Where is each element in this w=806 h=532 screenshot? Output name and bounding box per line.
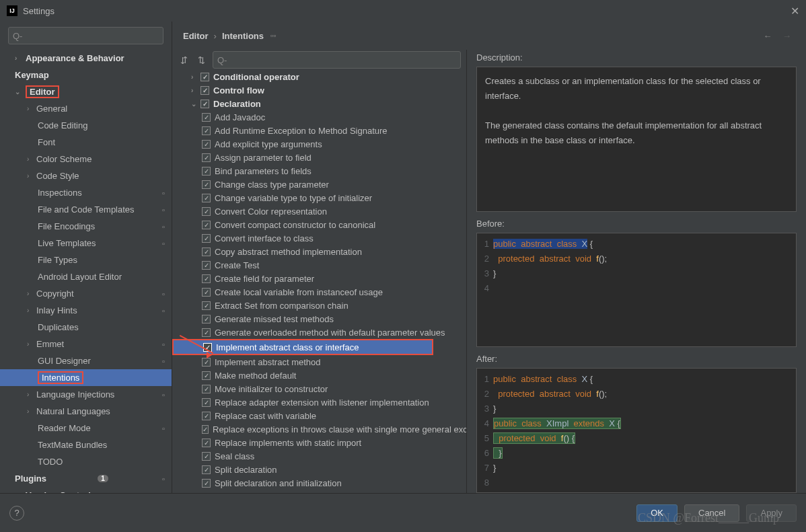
sidebar-search-input[interactable]: Q-	[8, 27, 163, 44]
sidebar-item-file-and-code-templates[interactable]: File and Code Templates▫	[0, 201, 172, 218]
intention-control-flow[interactable]: ›Control flow	[172, 83, 466, 97]
intention-add-runtime-exception-to-method-signature[interactable]: Add Runtime Exception to Method Signatur…	[172, 124, 466, 137]
sidebar-item-gui-designer[interactable]: GUI Designer▫	[0, 352, 172, 369]
checkbox[interactable]	[202, 328, 211, 337]
checkbox[interactable]	[202, 479, 211, 488]
sidebar-item-reader-mode[interactable]: Reader Mode▫	[0, 420, 172, 436]
intention-make-method-default[interactable]: Make method default	[172, 369, 466, 382]
gear-icon[interactable]: ▫	[162, 357, 165, 365]
checkbox[interactable]	[202, 385, 211, 393]
sidebar-item-emmet[interactable]: ›Emmet▫	[0, 336, 172, 352]
intention-create-local-variable-from-instanceof-usage[interactable]: Create local variable from instanceof us…	[172, 285, 466, 299]
intention-change-variable-type-to-type-of-initializer[interactable]: Change variable type to type of initiali…	[172, 191, 466, 204]
intention-replace-cast-with-variable[interactable]: Replace cast with variable	[172, 409, 466, 422]
forward-icon[interactable]: →	[782, 31, 791, 41]
checkbox[interactable]	[202, 261, 211, 270]
intention-conditional-operator[interactable]: ›Conditional operator	[172, 70, 466, 83]
checkbox[interactable]	[202, 315, 211, 324]
intention-convert-interface-to-class[interactable]: Convert interface to class	[172, 231, 466, 245]
sidebar-item-color-scheme[interactable]: ›Color Scheme	[0, 151, 172, 167]
checkbox[interactable]	[200, 100, 209, 108]
intention-replace-exceptions-in-throws-clause-with-single-more-general-exception[interactable]: Replace exceptions in throws clause with…	[172, 422, 466, 436]
intention-create-test[interactable]: Create Test	[172, 258, 466, 272]
checkbox[interactable]	[202, 274, 211, 283]
checkbox[interactable]	[202, 358, 211, 367]
help-icon[interactable]: ?	[9, 506, 24, 521]
intention-seal-class[interactable]: Seal class	[172, 449, 466, 463]
checkbox[interactable]	[202, 248, 211, 256]
checkbox[interactable]	[202, 167, 211, 176]
intention-add-explicit-type-arguments[interactable]: Add explicit type arguments	[172, 137, 466, 151]
intention-bind-parameters-to-fields[interactable]: Bind parameters to fields	[172, 164, 466, 178]
gear-icon[interactable]: ▫	[162, 206, 165, 214]
gear-icon[interactable]: ▫	[162, 239, 165, 248]
gear-icon[interactable]: ▫	[162, 307, 165, 315]
sidebar-item-file-types[interactable]: File Types	[0, 252, 172, 268]
sidebar-item-android-layout-editor[interactable]: Android Layout Editor	[0, 268, 172, 285]
sidebar-item-language-injections[interactable]: ›Language Injections▫	[0, 386, 172, 403]
intention-search-input[interactable]: Q-	[213, 51, 461, 69]
checkbox[interactable]	[202, 439, 211, 447]
intention-convert-compact-constructor-to-canonical[interactable]: Convert compact constructor to canonical	[172, 218, 466, 231]
checkbox[interactable]	[202, 207, 211, 216]
intention-split-declaration[interactable]: Split declaration	[172, 463, 466, 476]
intention-implement-abstract-class-or-interface[interactable]: Implement abstract class or interface	[172, 339, 433, 355]
collapse-all-icon[interactable]: ⇅	[195, 55, 207, 65]
sidebar-item-plugins[interactable]: Plugins1▫	[0, 470, 172, 487]
checkbox[interactable]	[202, 371, 211, 380]
checkbox[interactable]	[202, 288, 211, 297]
intention-implement-abstract-method[interactable]: Implement abstract method	[172, 355, 466, 369]
sidebar-item-keymap[interactable]: Keymap	[0, 67, 172, 83]
sidebar-item-inspections[interactable]: Inspections▫	[0, 184, 172, 201]
intention-declaration[interactable]: ⌄Declaration	[172, 97, 466, 110]
sidebar-item-editor[interactable]: ⌄Editor	[0, 83, 172, 100]
sidebar-item-font[interactable]: Font	[0, 134, 172, 151]
close-icon[interactable]: ✕	[791, 5, 799, 17]
gear-icon[interactable]: ▫	[162, 223, 165, 231]
intention-tree[interactable]: ›Conditional operator›Control flow⌄Decla…	[172, 70, 466, 493]
sidebar-item-inlay-hints[interactable]: ›Inlay Hints▫	[0, 302, 172, 319]
gear-icon[interactable]: ▫	[162, 290, 165, 298]
intention-change-class-type-parameter[interactable]: Change class type parameter	[172, 178, 466, 191]
checkbox[interactable]	[202, 398, 211, 407]
sidebar-item-code-style[interactable]: ›Code Style	[0, 167, 172, 184]
checkbox[interactable]	[202, 452, 211, 461]
checkbox[interactable]	[202, 140, 211, 149]
intention-create-field-for-parameter[interactable]: Create field for parameter	[172, 272, 466, 285]
gear-icon[interactable]: ▫	[162, 424, 165, 432]
gear-icon[interactable]: ▫	[162, 189, 165, 197]
intention-replace-adapter-extension-with-listener-implementation[interactable]: Replace adapter extension with listener …	[172, 395, 466, 409]
checkbox[interactable]	[202, 113, 211, 122]
checkbox[interactable]	[202, 412, 211, 420]
intention-replace-implements-with-static-import[interactable]: Replace implements with static import	[172, 436, 466, 449]
checkbox[interactable]	[200, 73, 209, 81]
sidebar-item-natural-languages[interactable]: ›Natural Languages	[0, 403, 172, 420]
sidebar-item-todo[interactable]: TODO	[0, 453, 172, 470]
intention-extract-set-from-comparison-chain[interactable]: Extract Set from comparison chain	[172, 299, 466, 312]
intention-generate-overloaded-method-with-default-parameter-values[interactable]: Generate overloaded method with default …	[172, 326, 466, 339]
intention-add-javadoc[interactable]: Add Javadoc	[172, 110, 466, 124]
sidebar-item-copyright[interactable]: ›Copyright▫	[0, 285, 172, 302]
checkbox[interactable]	[202, 301, 211, 310]
intention-move-initializer-to-constructor[interactable]: Move initializer to constructor	[172, 382, 466, 395]
sidebar-item-duplicates[interactable]: Duplicates	[0, 319, 172, 336]
intention-assign-parameter-to-field[interactable]: Assign parameter to field	[172, 151, 466, 164]
intention-convert-color-representation[interactable]: Convert Color representation	[172, 204, 466, 218]
gear-icon[interactable]: ▫	[162, 475, 165, 483]
sidebar-item-appearance-behavior[interactable]: ›Appearance & Behavior	[0, 50, 172, 67]
checkbox[interactable]	[202, 153, 211, 162]
sidebar-item-file-encodings[interactable]: File Encodings▫	[0, 218, 172, 235]
checkbox[interactable]	[202, 194, 211, 202]
gear-icon[interactable]: ▫	[162, 391, 165, 399]
checkbox[interactable]	[202, 126, 211, 135]
gear-icon[interactable]: ▫	[162, 340, 165, 348]
expand-all-icon[interactable]: ⇵	[178, 55, 190, 65]
checkbox[interactable]	[202, 221, 211, 229]
intention-copy-abstract-method-implementation[interactable]: Copy abstract method implementation	[172, 245, 466, 258]
sidebar-item-intentions[interactable]: Intentions	[0, 369, 172, 386]
checkbox[interactable]	[202, 425, 209, 434]
checkbox[interactable]	[202, 234, 211, 243]
sidebar-item-textmate-bundles[interactable]: TextMate Bundles	[0, 436, 172, 453]
sidebar-item-code-editing[interactable]: Code Editing	[0, 117, 172, 134]
checkbox[interactable]	[203, 343, 212, 352]
